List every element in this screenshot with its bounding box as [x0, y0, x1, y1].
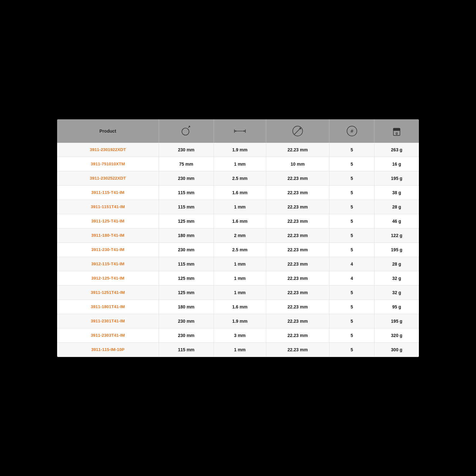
cell-weight: 122 g: [374, 228, 419, 242]
cell-weight: 16 g: [374, 157, 419, 171]
cell-weight: 38 g: [374, 185, 419, 200]
cell-diameter: 125 mm: [159, 214, 214, 228]
page-wrapper: Product: [0, 0, 476, 476]
cell-count: 5: [329, 285, 374, 300]
cell-count: 5: [329, 300, 374, 314]
column-header-thickness: [214, 119, 266, 143]
weight-icon: g: [378, 125, 415, 137]
cell-product[interactable]: 3911-115-T41-IM: [57, 185, 159, 200]
cell-count: 4: [329, 257, 374, 271]
column-header-count: #: [329, 119, 374, 143]
table-row: 3911-2302522XDT230 mm2.5 mm22.23 mm5195 …: [57, 171, 419, 185]
cell-count: 5: [329, 200, 374, 214]
cell-weight: 95 g: [374, 300, 419, 314]
cell-thickness: 2 mm: [214, 228, 266, 242]
cell-diameter: 125 mm: [159, 285, 214, 300]
count-icon: #: [333, 125, 370, 137]
cell-bore: 22.23 mm: [266, 185, 329, 200]
svg-text:g: g: [396, 131, 398, 135]
table-row: 3911-2301922XDT230 mm1.9 mm22.23 mm5263 …: [57, 143, 419, 157]
cell-count: 5: [329, 171, 374, 185]
cell-bore: 22.23 mm: [266, 214, 329, 228]
cell-diameter: 230 mm: [159, 328, 214, 342]
cell-thickness: 1.9 mm: [214, 314, 266, 328]
cell-thickness: 2.5 mm: [214, 171, 266, 185]
cell-bore: 22.23 mm: [266, 271, 329, 285]
cell-bore: 22.23 mm: [266, 342, 329, 357]
cell-diameter: 75 mm: [159, 157, 214, 171]
cell-diameter: 230 mm: [159, 242, 214, 257]
cell-product[interactable]: 3911-2301T41-IM: [57, 314, 159, 328]
cell-bore: 22.23 mm: [266, 242, 329, 257]
cell-weight: 195 g: [374, 314, 419, 328]
table-row: 3911-2301T41-IM230 mm1.9 mm22.23 mm5195 …: [57, 314, 419, 328]
cell-product[interactable]: 3911-180-T41-IM: [57, 228, 159, 242]
svg-text:#: #: [350, 128, 353, 134]
cell-product[interactable]: 3911-2303T41-IM: [57, 328, 159, 342]
table-header-row: Product: [57, 119, 419, 143]
cell-diameter: 125 mm: [159, 271, 214, 285]
cell-diameter: 115 mm: [159, 257, 214, 271]
cell-thickness: 1.6 mm: [214, 300, 266, 314]
cell-product[interactable]: 3912-125-T41-IM: [57, 271, 159, 285]
cell-product[interactable]: 3911-2301922XDT: [57, 143, 159, 157]
cell-bore: 22.23 mm: [266, 257, 329, 271]
cell-diameter: 230 mm: [159, 314, 214, 328]
table-row: 3911-1151T41-IM115 mm1 mm22.23 mm528 g: [57, 200, 419, 214]
cell-count: 5: [329, 143, 374, 157]
cell-product[interactable]: 3911-1151T41-IM: [57, 200, 159, 214]
table-row: 3911-2303T41-IM230 mm3 mm22.23 mm5320 g: [57, 328, 419, 342]
cell-product[interactable]: 3911-2302522XDT: [57, 171, 159, 185]
table-container: Product: [57, 119, 419, 357]
thickness-icon: [218, 125, 262, 137]
cell-count: 5: [329, 185, 374, 200]
cell-bore: 22.23 mm: [266, 314, 329, 328]
cell-thickness: 1.6 mm: [214, 185, 266, 200]
svg-rect-15: [393, 128, 400, 130]
svg-line-10: [294, 128, 301, 134]
table-row: 3912-115-T41-IM115 mm1 mm22.23 mm428 g: [57, 257, 419, 271]
table-row: 3911-1251T41-IM125 mm1 mm22.23 mm532 g: [57, 285, 419, 300]
svg-point-0: [182, 128, 189, 135]
cell-product[interactable]: 3911-1801T41-IM: [57, 300, 159, 314]
cell-weight: 195 g: [374, 242, 419, 257]
cell-product[interactable]: 3911-1251T41-IM: [57, 285, 159, 300]
table-row: 3911-751010XTM75 mm1 mm10 mm516 g: [57, 157, 419, 171]
cell-diameter: 230 mm: [159, 143, 214, 157]
cell-product[interactable]: 3911-125-T41-IM: [57, 214, 159, 228]
cell-thickness: 1.6 mm: [214, 214, 266, 228]
cell-diameter: 180 mm: [159, 228, 214, 242]
cell-thickness: 1 mm: [214, 271, 266, 285]
cell-bore: 22.23 mm: [266, 228, 329, 242]
table-row: 3911-115-T41-IM115 mm1.6 mm22.23 mm538 g: [57, 185, 419, 200]
table-row: 3911-125-T41-IM125 mm1.6 mm22.23 mm546 g: [57, 214, 419, 228]
cell-bore: 22.23 mm: [266, 143, 329, 157]
cell-weight: 32 g: [374, 271, 419, 285]
cell-count: 4: [329, 271, 374, 285]
product-table: Product: [57, 119, 419, 357]
cell-thickness: 1 mm: [214, 200, 266, 214]
cell-product[interactable]: 3911-230-T41-IM: [57, 242, 159, 257]
cell-weight: 46 g: [374, 214, 419, 228]
cell-count: 5: [329, 157, 374, 171]
cell-product[interactable]: 3911-751010XTM: [57, 157, 159, 171]
cell-product[interactable]: 3912-115-T41-IM: [57, 257, 159, 271]
cell-product[interactable]: 3911-115-IM-10P: [57, 342, 159, 357]
cell-count: 5: [329, 328, 374, 342]
cell-count: 5: [329, 242, 374, 257]
cell-bore: 22.23 mm: [266, 300, 329, 314]
cell-bore: 10 mm: [266, 157, 329, 171]
cell-count: 5: [329, 228, 374, 242]
cell-diameter: 230 mm: [159, 171, 214, 185]
table-row: 3911-230-T41-IM230 mm2.5 mm22.23 mm5195 …: [57, 242, 419, 257]
cell-thickness: 2.5 mm: [214, 242, 266, 257]
column-header-product: Product: [57, 119, 159, 143]
cell-thickness: 3 mm: [214, 328, 266, 342]
cell-diameter: 115 mm: [159, 342, 214, 357]
table-row: 3911-115-IM-10P115 mm1 mm22.23 mm5300 g: [57, 342, 419, 357]
column-header-diameter: [159, 119, 214, 143]
cell-diameter: 180 mm: [159, 300, 214, 314]
diameter-icon: [163, 125, 210, 137]
cell-bore: 22.23 mm: [266, 171, 329, 185]
cell-bore: 22.23 mm: [266, 328, 329, 342]
